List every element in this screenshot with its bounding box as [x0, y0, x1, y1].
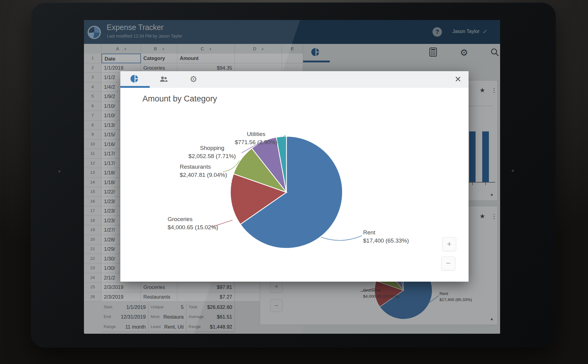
pie-callout-shopping: Shopping $2,052.58 (7.71%) — [188, 144, 236, 160]
gear-tab-icon[interactable]: ⚙ — [188, 74, 199, 85]
leader-line — [321, 236, 362, 240]
chart-modal: ⚙ ✕ Amount by Category Rent $17,400 (65.… — [120, 71, 469, 282]
pie-callout-restaurants: Restaurants $2,407.81 (9.04%) — [180, 163, 227, 179]
zoom-out-button[interactable]: − — [441, 256, 455, 270]
tablet-bezel: Expense Tracker Last modified 12:34 PM b… — [31, 2, 556, 348]
tablet-screen: Expense Tracker Last modified 12:34 PM b… — [84, 20, 500, 334]
tablet-right-camera — [512, 170, 514, 172]
tablet-left-camera — [58, 170, 61, 173]
photo-backdrop: Expense Tracker Last modified 12:34 PM b… — [0, 0, 588, 364]
pie-callout-utilities: Utilities $771.56 (2.90%) — [232, 130, 280, 146]
pie-chart-tab-icon[interactable] — [129, 74, 139, 85]
pie-chart — [120, 88, 469, 282]
zoom-in-button[interactable]: + — [442, 237, 456, 251]
modal-tab-bar: ⚙ ✕ — [120, 71, 469, 88]
close-icon[interactable]: ✕ — [453, 74, 463, 85]
pie-callout-groceries: Groceries $4,000.65 (15.02%) — [168, 215, 218, 231]
pie-callout-rent: Rent $17,400 (65.33%) — [363, 228, 409, 245]
people-tab-icon[interactable] — [159, 74, 169, 85]
